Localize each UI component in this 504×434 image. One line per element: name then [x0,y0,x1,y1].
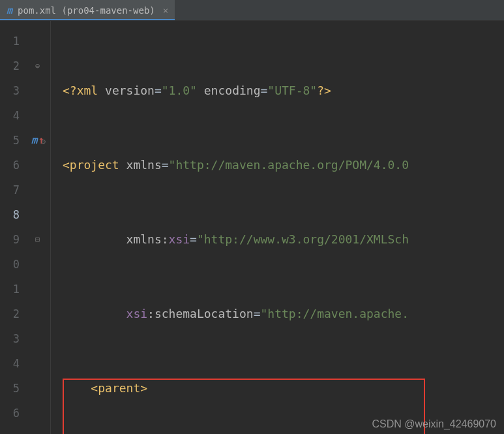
line-number: 1 [0,29,20,54]
fold-close-icon[interactable]: ⊟ [25,227,50,252]
icon-gutter: ⊖ m↑ ⊖ ⊟ [25,21,51,434]
editor-tab[interactable]: m pom.xml (pro04-maven-web) × [0,0,175,20]
tab-bar: m pom.xml (pro04-maven-web) × [0,0,504,21]
code-line: xmlns:xsi="http://www.w3.org/2001/XMLSch [51,227,504,252]
line-number: 9 [0,227,20,252]
line-number: 3 [0,326,20,351]
line-number: 3 [0,78,20,103]
tab-title: pom.xml (pro04-maven-web) [18,5,155,16]
code-line: <?xml version="1.0" encoding="UTF-8"?> [51,78,504,103]
line-number: 7 [0,178,20,202]
fold-icon[interactable]: ⊖ [25,54,50,78]
line-number: 5 [0,128,20,153]
editor-area: 1 2 3 4 5 6 7 8 9 0 1 2 3 4 5 6 ⊖ m↑ ⊖ ⊟… [0,21,504,434]
code-line: <parent> [51,376,504,401]
close-icon[interactable]: × [163,5,168,16]
line-number-gutter: 1 2 3 4 5 6 7 8 9 0 1 2 3 4 5 6 [0,21,25,434]
line-number: 1 [0,277,20,302]
line-number: 5 [0,376,20,401]
code-line: xsi:schemaLocation="http://maven.apache. [51,302,504,326]
line-number: 2 [0,302,20,326]
line-number: 2 [0,54,20,78]
watermark-text: CSDN @weixin_42469070 [372,418,496,430]
line-number: 6 [0,401,20,426]
line-number: 6 [0,153,20,178]
line-number: 0 [0,252,20,277]
line-number: 4 [0,103,20,128]
maven-up-icon[interactable]: m↑ [27,128,48,153]
maven-file-icon: m [7,5,12,16]
code-content[interactable]: <?xml version="1.0" encoding="UTF-8"?> <… [51,21,504,434]
code-line: <project xmlns="http://maven.apache.org/… [51,153,504,178]
line-number: 4 [0,351,20,376]
line-number-current: 8 [0,202,20,227]
